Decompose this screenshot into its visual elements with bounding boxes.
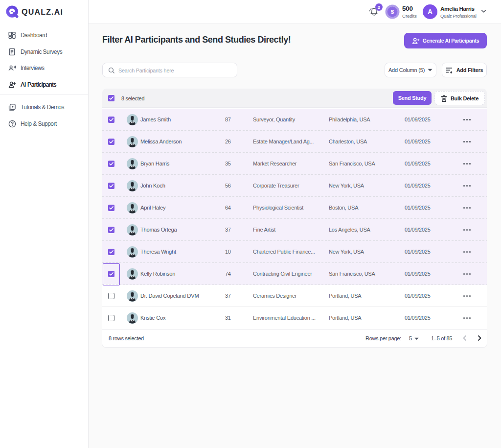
svg-text:$: $ [391,9,394,15]
